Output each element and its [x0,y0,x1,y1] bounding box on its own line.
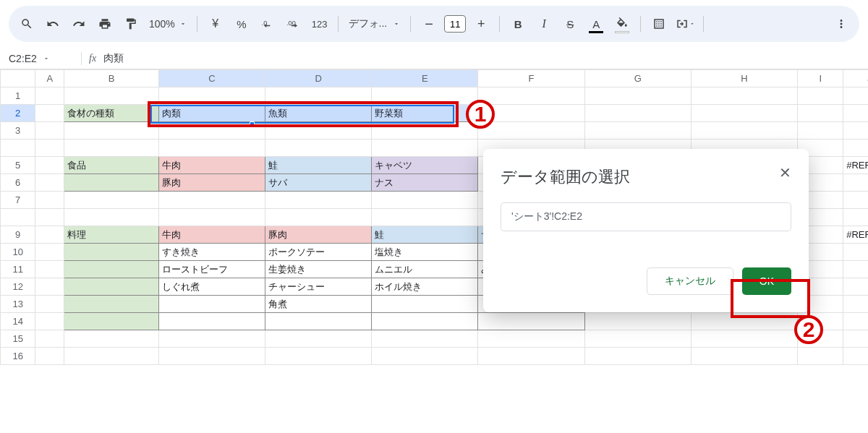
col-header[interactable]: H [691,70,797,87]
strikethrough-button[interactable]: S [558,12,582,36]
cell[interactable]: 料理 [64,226,158,244]
row-header[interactable]: 14 [1,313,35,330]
cell[interactable]: チャーシュー [265,278,371,296]
col-header[interactable]: F [478,70,584,87]
formula-bar: C2:E2 fx 肉類 [0,48,868,69]
col-header[interactable]: C [158,70,265,87]
bold-button[interactable]: B [506,12,530,36]
row-header[interactable]: 6 [1,174,35,192]
cell[interactable]: 牛肉 [158,226,265,244]
cell[interactable]: ホイル焼き [372,278,478,296]
row-header[interactable]: 9 [1,226,35,244]
increase-fontsize-button[interactable]: + [469,12,493,36]
row-header[interactable]: 11 [1,261,35,278]
row-header[interactable]: 10 [1,244,35,261]
font-dropdown[interactable]: デフォ... [344,17,405,30]
cell[interactable] [158,313,265,330]
formula-content[interactable]: 肉類 [103,52,124,65]
row-header[interactable]: 7 [1,192,35,209]
cell[interactable]: ムニエル [372,261,478,278]
cell[interactable]: 肉類 [158,105,265,122]
redo-icon[interactable] [67,12,91,36]
col-header[interactable]: G [584,70,691,87]
col-header[interactable]: B [64,70,158,87]
cell[interactable] [64,296,158,313]
print-icon[interactable] [93,12,117,36]
cell[interactable]: #REF! [843,157,868,174]
paint-format-icon[interactable] [119,12,143,36]
text-color-button[interactable]: A [584,12,608,36]
cell[interactable] [64,313,158,330]
cell[interactable]: 塩焼き [372,244,478,261]
cell[interactable]: 牛肉 [158,157,265,174]
merge-cells-button[interactable] [673,12,697,36]
cell[interactable] [64,244,158,261]
borders-button[interactable] [647,12,671,36]
cell[interactable]: 食材の種類 [64,105,158,122]
row-header[interactable]: 8 [1,209,35,226]
cell[interactable]: 食品 [64,157,158,174]
cell[interactable]: 野菜類 [372,105,478,122]
row-header[interactable]: 4 [1,140,35,157]
row-header[interactable]: 15 [1,330,35,348]
cell[interactable] [265,313,371,330]
cell[interactable]: 豚肉 [265,226,371,244]
cell[interactable]: ローストビーフ [158,261,265,278]
cell[interactable] [478,313,584,330]
col-header[interactable]: D [265,70,371,87]
italic-button[interactable]: I [532,12,556,36]
cell[interactable]: ポークソテー [265,244,371,261]
cell[interactable] [64,174,158,192]
row-header[interactable]: 13 [1,296,35,313]
cancel-button[interactable]: キャンセル [647,267,733,295]
cell[interactable]: すき焼き [158,244,265,261]
number-format-button[interactable]: 123 [307,12,332,36]
currency-icon[interactable]: ¥ [203,12,228,36]
cell[interactable]: しぐれ煮 [158,278,265,296]
cell[interactable]: 生姜焼き [265,261,371,278]
chevron-down-icon [179,20,187,27]
decrease-decimal-icon[interactable]: .0 [255,12,280,36]
row-header[interactable]: 16 [1,348,35,365]
col-header[interactable]: I [798,70,843,87]
search-icon[interactable] [14,12,39,36]
undo-icon[interactable] [41,12,65,36]
more-button[interactable] [829,12,854,36]
cell[interactable]: サバ [265,174,371,192]
name-box[interactable]: C2:E2 [9,53,74,64]
cell[interactable] [64,261,158,278]
cell[interactable] [372,313,478,330]
selection-handle[interactable] [250,121,255,127]
fill-color-button[interactable] [610,12,634,36]
spreadsheet-grid[interactable]: A B C D E F G H I J 1 2 食材の種類 肉類 魚類 野菜類 … [0,69,868,365]
col-header[interactable]: J [843,70,868,87]
row-header[interactable]: 12 [1,278,35,296]
percent-icon[interactable]: % [229,12,254,36]
cell[interactable]: #REF! [843,226,868,244]
zoom-dropdown[interactable]: 100% [145,18,191,30]
fontsize-input[interactable] [444,15,466,33]
row-header[interactable]: 5 [1,157,35,174]
cell[interactable]: 豚肉 [158,174,265,192]
row-header[interactable]: 1 [1,87,35,105]
cell[interactable]: ナス [372,174,478,192]
col-header[interactable]: E [372,70,478,87]
cell[interactable]: 鮭 [265,157,371,174]
separator [703,16,704,32]
cell[interactable]: 角煮 [265,296,371,313]
dialog-close-button[interactable]: ✕ [774,162,796,184]
cell[interactable] [158,296,265,313]
cell[interactable]: 魚類 [265,105,371,122]
col-header[interactable]: A [35,70,64,87]
select-all-corner[interactable] [1,70,35,87]
cell[interactable]: キャベツ [372,157,478,174]
ok-button[interactable]: OK [742,267,791,295]
decrease-fontsize-button[interactable]: − [417,12,441,36]
row-header[interactable]: 2 [1,105,35,122]
cell[interactable] [64,278,158,296]
row-header[interactable]: 3 [1,122,35,140]
range-input[interactable] [501,202,791,231]
increase-decimal-icon[interactable]: .00 [281,12,306,36]
cell[interactable]: 鮭 [372,226,478,244]
cell[interactable] [372,296,478,313]
